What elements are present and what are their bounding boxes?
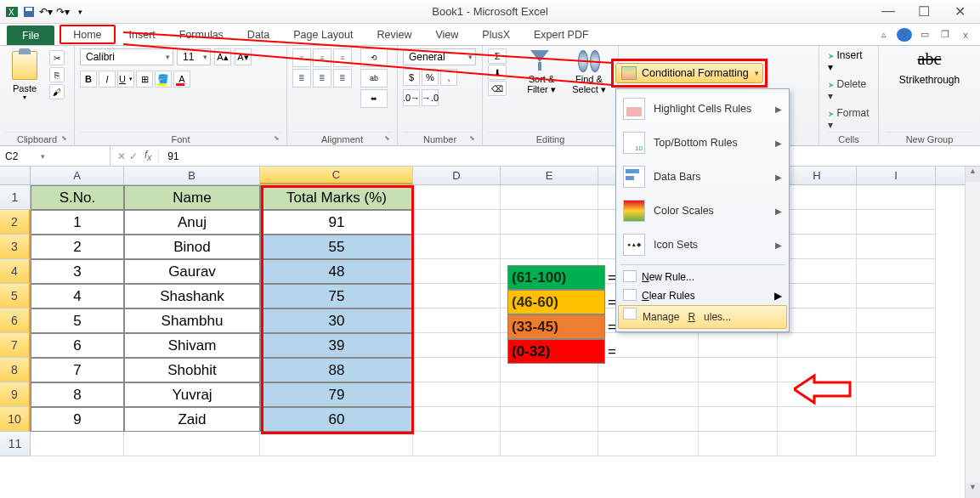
legend-cell[interactable]: (0-32) — [507, 339, 605, 364]
cell[interactable]: Yuvraj — [124, 382, 260, 407]
cell[interactable] — [699, 382, 778, 407]
cf-color-scales[interactable]: Color Scales▶ — [618, 194, 787, 228]
cell[interactable] — [413, 210, 501, 235]
border-button[interactable] — [136, 71, 153, 88]
percent-format-icon[interactable]: % — [422, 69, 439, 86]
cell[interactable] — [124, 432, 260, 456]
comma-format-icon[interactable]: , — [440, 69, 457, 86]
cell[interactable]: 4 — [31, 284, 124, 308]
cell[interactable]: 88 — [260, 358, 413, 382]
row-header[interactable]: 11 — [0, 432, 31, 456]
close-button[interactable]: ✕ — [951, 3, 968, 20]
cell[interactable] — [413, 358, 501, 382]
fill-icon[interactable]: ⬇ — [488, 65, 507, 80]
row-header[interactable]: 8 — [0, 358, 31, 382]
align-bottom-icon[interactable]: ≡ — [333, 48, 352, 67]
cell[interactable] — [598, 432, 699, 456]
name-box[interactable]: C2 — [0, 146, 110, 166]
restore-workbook-icon[interactable]: ▭ — [917, 28, 932, 42]
wrap-text-button[interactable]: ab — [360, 69, 388, 88]
cell[interactable] — [413, 382, 501, 407]
cell[interactable]: 75 — [260, 284, 413, 308]
cell[interactable]: 91 — [260, 210, 413, 235]
cell[interactable] — [413, 284, 501, 308]
conditional-formatting-button[interactable]: Conditional Formatting — [615, 63, 763, 83]
cell[interactable] — [699, 407, 778, 432]
column-header-I[interactable]: I — [857, 167, 936, 184]
cell[interactable]: S.No. — [31, 185, 124, 210]
cell[interactable]: Name — [124, 185, 260, 210]
column-header-C[interactable]: C — [260, 167, 413, 184]
cell[interactable] — [699, 432, 778, 456]
cell[interactable]: Binod — [124, 235, 260, 259]
cell[interactable] — [501, 407, 598, 432]
bold-button[interactable]: B — [80, 71, 97, 88]
cell[interactable] — [501, 185, 598, 210]
cell[interactable] — [413, 308, 501, 333]
cf-manage-rules[interactable]: Manage Rules... — [618, 305, 787, 329]
cell[interactable]: 30 — [260, 308, 413, 333]
align-right-icon[interactable]: ≣ — [333, 69, 352, 88]
save-icon[interactable] — [22, 5, 36, 19]
cell[interactable]: 5 — [31, 308, 124, 333]
sort-filter-button[interactable]: Sort & Filter ▾ — [520, 48, 563, 132]
paste-button[interactable]: Paste ▾ — [5, 48, 44, 132]
cell[interactable]: 48 — [260, 259, 413, 284]
cell[interactable] — [857, 333, 936, 358]
strikethrough-button[interactable]: Strikethrough — [887, 74, 972, 86]
cell[interactable]: 7 — [31, 358, 124, 382]
tab-data[interactable]: Data — [235, 24, 281, 45]
cell[interactable]: Shashank — [124, 284, 260, 308]
row-header[interactable]: 9 — [0, 382, 31, 407]
tab-expertpdf[interactable]: Expert PDF — [522, 24, 601, 45]
increase-decimal-icon[interactable]: .0→ — [403, 89, 420, 106]
row-header[interactable]: 2 — [0, 210, 31, 235]
column-header-B[interactable]: B — [124, 167, 260, 184]
clear-icon[interactable]: ⌫ — [488, 81, 507, 96]
tab-formulas[interactable]: Formulas — [167, 24, 235, 45]
undo-icon[interactable]: ↶▾ — [39, 5, 53, 19]
enter-formula-icon[interactable]: ✓ — [129, 150, 138, 162]
row-header[interactable]: 6 — [0, 308, 31, 333]
maximize-button[interactable]: ☐ — [915, 3, 932, 20]
row-header[interactable]: 1 — [0, 185, 31, 210]
cell[interactable]: 6 — [31, 333, 124, 358]
legend-cell[interactable]: (61-100) — [507, 265, 605, 290]
cell[interactable]: 39 — [260, 333, 413, 358]
help-icon[interactable]: ? — [897, 28, 912, 42]
orientation-button[interactable]: ⟲ — [360, 48, 388, 67]
font-color-button[interactable]: A — [173, 71, 190, 88]
cell[interactable] — [857, 259, 936, 284]
number-format-combo[interactable]: General — [403, 48, 476, 65]
cell[interactable] — [413, 407, 501, 432]
align-left-icon[interactable]: ≣ — [292, 69, 311, 88]
qat-more-icon[interactable]: ▾ — [73, 5, 87, 19]
cell[interactable]: Total Marks (%) — [260, 185, 413, 210]
legend-cell[interactable]: (33-45) — [507, 314, 605, 339]
cell[interactable] — [857, 308, 936, 333]
column-header-E[interactable]: E — [501, 167, 598, 184]
tab-pagelayout[interactable]: Page Layout — [281, 24, 365, 45]
cf-icon-sets[interactable]: Icon Sets▶ — [618, 228, 787, 262]
cell[interactable]: 8 — [31, 382, 124, 407]
row-header[interactable]: 5 — [0, 284, 31, 308]
cell[interactable] — [857, 407, 936, 432]
cell[interactable] — [413, 185, 501, 210]
legend-cell[interactable]: (46-60) — [507, 290, 605, 314]
cell[interactable]: Shobhit — [124, 358, 260, 382]
close-workbook-icon[interactable]: x — [958, 28, 973, 42]
cell[interactable]: 55 — [260, 235, 413, 259]
cell[interactable]: 79 — [260, 382, 413, 407]
cell[interactable]: Shivam — [124, 333, 260, 358]
align-center-icon[interactable]: ≣ — [313, 69, 331, 88]
cell[interactable] — [857, 284, 936, 308]
decrease-font-icon[interactable]: A▾ — [235, 48, 252, 65]
cell[interactable]: Shambhu — [124, 308, 260, 333]
cell[interactable] — [857, 185, 936, 210]
cell[interactable]: 60 — [260, 407, 413, 432]
merge-button[interactable]: ⬌ — [360, 89, 388, 108]
select-all-corner[interactable] — [0, 167, 31, 184]
align-top-icon[interactable]: ≡ — [292, 48, 311, 67]
tab-review[interactable]: Review — [365, 24, 423, 45]
cf-top-bottom[interactable]: Top/Bottom Rules▶ — [618, 126, 787, 160]
